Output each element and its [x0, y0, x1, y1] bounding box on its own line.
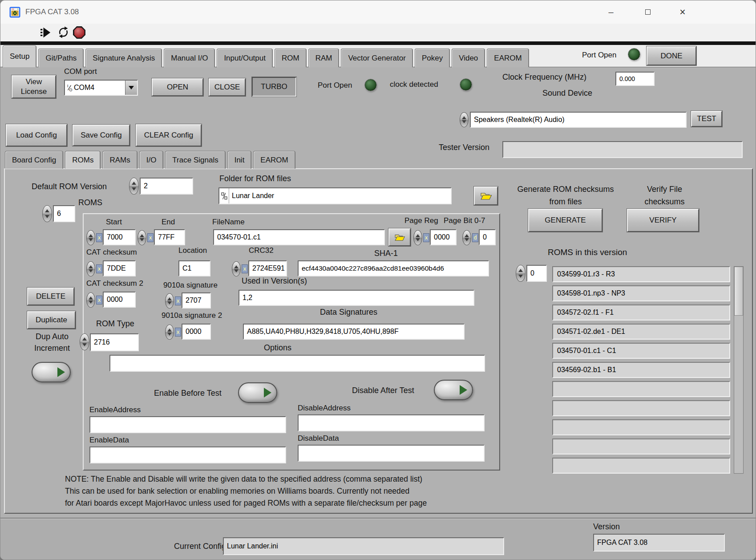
options-value[interactable]	[109, 355, 485, 372]
cat-checksum-radix[interactable]: x	[96, 264, 102, 273]
rom-list-item[interactable]	[552, 419, 730, 435]
crc32-spinner[interactable]	[232, 261, 241, 276]
main-tab[interactable]: Signature Analysis	[85, 49, 162, 67]
start-spinner[interactable]	[86, 230, 95, 245]
main-tab[interactable]: Pokey	[415, 49, 450, 67]
current-config-value[interactable]: Lunar Lander.ini	[223, 537, 504, 555]
browse-rom-file-button[interactable]	[388, 228, 411, 246]
roms-version-scrollbar[interactable]	[734, 266, 744, 474]
disable-address-value[interactable]	[298, 414, 485, 431]
clear-config-button[interactable]: CLEAR Config	[136, 124, 202, 146]
page-bit-radix[interactable]: d	[472, 233, 478, 242]
close-port-button[interactable]: CLOSE	[209, 78, 246, 96]
load-config-button[interactable]: Load Config	[6, 124, 67, 146]
location-value[interactable]: C1	[178, 260, 210, 276]
roms-in-version-index[interactable]: 0	[526, 265, 547, 282]
save-config-button[interactable]: Save Config	[73, 125, 130, 146]
sound-device-spinner[interactable]	[460, 112, 469, 127]
clock-freq-value[interactable]: 0.000	[615, 72, 655, 86]
page-reg-spinner[interactable]	[413, 230, 422, 245]
end-radix[interactable]: x	[147, 233, 154, 242]
setup-subtab[interactable]: Trace Signals	[165, 151, 225, 169]
main-tab[interactable]: EAROM	[487, 49, 529, 67]
rom-list-item[interactable]: 034569-02.b1 - B1	[552, 362, 730, 378]
main-tab[interactable]: Setup	[3, 45, 36, 67]
open-button[interactable]: OPEN	[152, 78, 203, 96]
enable-before-test-toggle[interactable]	[238, 382, 277, 403]
sound-device-combo[interactable]: Speakers (Realtek(R) Audio)	[470, 112, 687, 128]
sig9010a-radix[interactable]: x	[175, 296, 181, 305]
page-bit-spinner[interactable]	[462, 230, 471, 245]
cat-checksum2-radix[interactable]: x	[96, 296, 102, 304]
rom-list-item[interactable]	[552, 438, 730, 454]
main-tab[interactable]: Manual I/O	[164, 49, 215, 67]
crc32-radix[interactable]: x	[242, 264, 248, 273]
close-button[interactable]: ×	[669, 0, 696, 24]
used-in-value[interactable]: 1,2	[239, 290, 474, 306]
done-button[interactable]: DONE	[647, 46, 696, 65]
main-tab[interactable]: ROM	[275, 49, 307, 67]
sha1-value[interactable]: ecf4430a0040c227c896aa2cd81ee03960b4d6	[298, 260, 489, 276]
rom-index-spinner[interactable]	[42, 205, 52, 222]
setup-subtab[interactable]: RAMs	[102, 151, 137, 169]
page-reg-value[interactable]: 0000	[430, 229, 457, 245]
filename-value[interactable]: 034570-01.c1	[213, 229, 385, 245]
rom-index-value[interactable]: 6	[53, 205, 75, 222]
rom-list-item[interactable]: 034598-01.np3 - NP3	[552, 285, 730, 301]
test-button[interactable]: TEST	[691, 111, 722, 127]
com-port-dropdown-button[interactable]	[125, 81, 137, 95]
rom-folder-path[interactable]: Lunar Lander	[218, 187, 452, 204]
tester-version-value[interactable]	[502, 141, 743, 158]
page-reg-radix[interactable]: x	[423, 233, 429, 242]
sig9010a2-radix[interactable]: x	[175, 328, 181, 337]
main-tab[interactable]: Input/Output	[217, 49, 273, 67]
rom-list-item[interactable]	[552, 458, 730, 474]
turbo-button[interactable]: TURBO	[252, 77, 296, 97]
rom-list-item[interactable]: 034571-02.de1 - DE1	[552, 324, 730, 340]
rom-list-item[interactable]: 034570-01.c1 - C1	[552, 343, 730, 359]
sig9010a2-value[interactable]: 0000	[182, 324, 211, 340]
main-tab[interactable]: Git/Paths	[38, 49, 84, 67]
delete-button[interactable]: DELETE	[27, 288, 74, 305]
sig9010a-spinner[interactable]	[165, 293, 174, 308]
end-spinner[interactable]	[137, 230, 146, 245]
run-continuous-button[interactable]	[57, 26, 69, 38]
start-value[interactable]: 7000	[103, 229, 136, 245]
generate-button[interactable]: GENERATE	[528, 209, 602, 232]
maximize-button[interactable]	[634, 0, 662, 24]
setup-subtab[interactable]: Init	[227, 151, 252, 169]
setup-subtab[interactable]: ROMs	[65, 151, 101, 169]
enable-data-value[interactable]	[89, 446, 286, 463]
rom-type-value[interactable]: 2716	[90, 333, 139, 351]
setup-subtab[interactable]: EAROM	[253, 151, 295, 169]
sig9010a2-spinner[interactable]	[165, 325, 174, 340]
cat-checksum2-value[interactable]: 0000	[103, 292, 136, 308]
rom-list-item[interactable]	[552, 400, 730, 416]
main-tab[interactable]: Video	[452, 49, 485, 67]
cat-checksum2-spinner[interactable]	[86, 292, 95, 308]
roms-in-version-spinner[interactable]	[516, 265, 526, 282]
rom-list-item[interactable]: 034572-02.f1 - F1	[552, 304, 730, 321]
scrollbar-thumb[interactable]	[734, 267, 743, 316]
default-rom-version-value[interactable]: 2	[140, 178, 193, 195]
verify-button[interactable]: VERIFY	[627, 209, 699, 232]
start-radix[interactable]: x	[96, 233, 102, 242]
default-rom-version-spinner[interactable]	[129, 178, 139, 195]
com-port-combo[interactable]: IO COM4	[64, 80, 138, 96]
main-tab[interactable]: Vector Generator	[341, 49, 412, 67]
view-license-button[interactable]: View License	[12, 75, 56, 98]
setup-subtab[interactable]: Board Config	[5, 151, 63, 169]
rom-list-item[interactable]	[552, 381, 730, 397]
cat-checksum-value[interactable]: 7DDE	[103, 260, 136, 276]
sig9010a-value[interactable]: 2707	[182, 292, 211, 308]
disable-after-test-toggle[interactable]	[434, 380, 473, 400]
run-button[interactable]	[40, 27, 52, 38]
dup-auto-increment-toggle[interactable]	[32, 362, 71, 382]
enable-address-value[interactable]	[89, 416, 286, 433]
rom-type-spinner[interactable]	[80, 333, 89, 350]
minimize-button[interactable]: –	[597, 0, 625, 24]
disable-data-value[interactable]	[298, 445, 485, 462]
data-signatures-value[interactable]: A885,UA40,PH8U,H329,8418,U705,40HU,898F	[243, 324, 465, 340]
rom-list-item[interactable]: 034599-01.r3 - R3	[552, 266, 730, 282]
end-value[interactable]: 77FF	[154, 229, 185, 245]
